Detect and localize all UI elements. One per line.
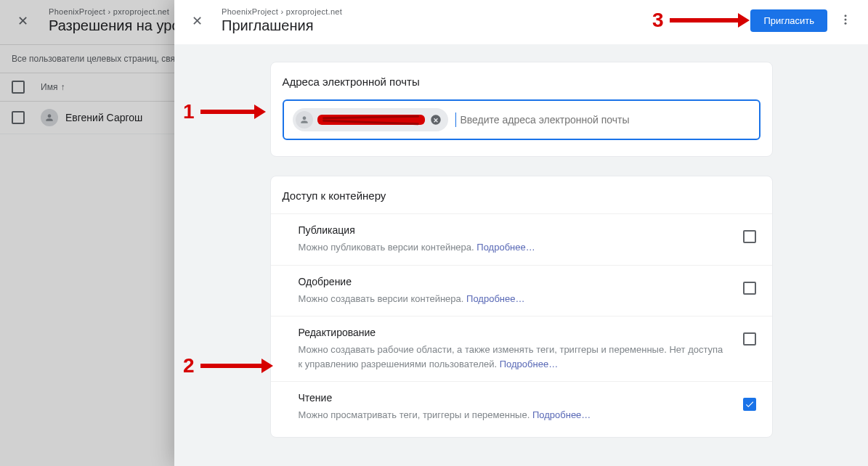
permission-checkbox[interactable] xyxy=(743,230,756,243)
permission-label: Публикация xyxy=(299,224,730,236)
invite-modal: ✕ PhoenixProject › pxroproject.net Пригл… xyxy=(174,0,868,466)
sort-ascending-icon: ↑ xyxy=(60,82,65,92)
permission-edit[interactable]: Редактирование Можно создавать рабочие о… xyxy=(271,316,772,381)
text-caret xyxy=(455,113,456,127)
more-options-icon[interactable] xyxy=(835,9,856,33)
remove-chip-icon[interactable] xyxy=(429,113,442,126)
permission-checkbox[interactable] xyxy=(743,332,756,346)
breadcrumb: PhoenixProject › pxroproject.net xyxy=(222,7,342,16)
modal-title: Приглашения xyxy=(222,17,342,34)
svg-point-0 xyxy=(845,15,847,17)
redacted-email xyxy=(317,115,425,125)
breadcrumb: PhoenixProject › pxroproject.net xyxy=(49,7,187,16)
email-card: Адреса электронной почты xyxy=(270,62,773,157)
permission-description: Можно публиковать версии контейнера. Под… xyxy=(299,240,730,255)
avatar xyxy=(41,109,58,126)
permission-read[interactable]: Чтение Можно просматривать теги, триггер… xyxy=(271,381,772,433)
learn-more-link[interactable]: Подробнее… xyxy=(466,293,524,304)
email-chip[interactable] xyxy=(293,108,448,131)
email-input[interactable] xyxy=(283,99,760,140)
select-all-checkbox[interactable] xyxy=(12,81,25,94)
permission-label: Одобрение xyxy=(299,276,730,287)
row-checkbox[interactable] xyxy=(12,111,25,124)
avatar-icon xyxy=(296,111,313,128)
access-card: Доступ к контейнеру Публикация Можно пуб… xyxy=(270,176,773,438)
permission-publish[interactable]: Публикация Можно публиковать версии конт… xyxy=(271,213,772,265)
close-icon[interactable]: ✕ xyxy=(17,13,28,29)
email-text-input[interactable] xyxy=(461,114,750,126)
permission-description: Можно просматривать теги, триггеры и пер… xyxy=(299,408,730,422)
column-name[interactable]: Имя xyxy=(41,82,57,92)
learn-more-link[interactable]: Подробнее… xyxy=(476,242,535,253)
learn-more-link[interactable]: Подробнее… xyxy=(500,359,558,369)
svg-point-2 xyxy=(845,23,847,25)
permission-approve[interactable]: Одобрение Можно создавать версии контейн… xyxy=(271,265,772,316)
svg-point-1 xyxy=(845,19,847,21)
page-title: Разрешения на уров xyxy=(49,17,187,34)
permission-description: Можно создавать версии контейнера. Подро… xyxy=(299,292,730,306)
permission-checkbox[interactable] xyxy=(743,398,756,411)
access-card-title: Доступ к контейнеру xyxy=(271,189,772,202)
permission-label: Чтение xyxy=(299,392,730,404)
invite-button[interactable]: Пригласить xyxy=(750,9,827,32)
email-card-title: Адреса электронной почты xyxy=(283,75,760,88)
permission-label: Редактирование xyxy=(299,327,730,338)
modal-header: ✕ PhoenixProject › pxroproject.net Пригл… xyxy=(174,0,868,44)
permission-description: Можно создавать рабочие области, а также… xyxy=(299,343,730,371)
learn-more-link[interactable]: Подробнее… xyxy=(532,409,591,420)
permission-checkbox[interactable] xyxy=(743,282,756,295)
user-name: Евгений Саргош xyxy=(65,112,142,123)
close-icon[interactable]: ✕ xyxy=(192,13,203,29)
